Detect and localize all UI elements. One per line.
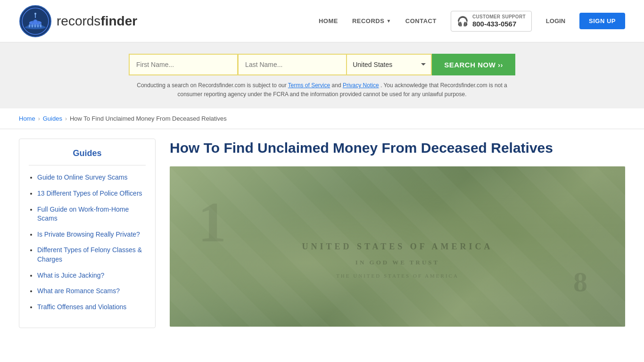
sidebar-list-item: Traffic Offenses and Violations [37, 303, 146, 312]
svg-rect-6 [35, 14, 36, 18]
search-button[interactable]: SEARCH NOW ›› [432, 54, 515, 75]
svg-point-7 [34, 13, 36, 15]
sidebar-list-item: What is Juice Jacking? [37, 271, 146, 280]
svg-rect-8 [29, 25, 30, 27]
sidebar-list-item: 13 Different Types of Police Officers [37, 189, 146, 198]
svg-rect-9 [32, 25, 33, 27]
breadcrumb-sep-2: › [65, 115, 67, 122]
sidebar-list-item: Full Guide on Work-from-Home Scams [37, 205, 146, 223]
login-button[interactable]: LOGIN [546, 17, 565, 25]
nav-records[interactable]: RECORDS ▼ [352, 17, 391, 25]
site-header: recordsfinder HOME RECORDS ▼ CONTACT 🎧 C… [0, 0, 644, 42]
svg-rect-12 [40, 25, 41, 27]
sidebar-list-item: Different Types of Felony Classes & Char… [37, 246, 146, 264]
search-section: United States Canada United Kingdom Aust… [0, 42, 644, 108]
svg-rect-11 [37, 25, 39, 27]
headset-icon: 🎧 [457, 16, 469, 27]
nav-home[interactable]: HOME [319, 17, 338, 25]
signup-button[interactable]: SIGN UP [579, 13, 625, 29]
search-disclaimer: Conducting a search on Recordsfinder.com… [129, 81, 515, 99]
money-decoration-1: 1 [198, 190, 226, 255]
article: How To Find Unclaimed Money From Decease… [170, 139, 625, 328]
logo-text: recordsfinder [57, 14, 137, 29]
breadcrumb-guides[interactable]: Guides [43, 115, 62, 122]
sidebar-link[interactable]: Guide to Online Survey Scams [37, 173, 127, 181]
sidebar-title: Guides [29, 148, 146, 165]
article-image: 1 8 UNITED STATES OF AMERICA IN GOD WE T… [170, 166, 625, 327]
logo[interactable]: recordsfinder [19, 5, 137, 38]
last-name-input[interactable] [238, 54, 347, 75]
chevron-down-icon: ▼ [386, 18, 391, 24]
sidebar-list-item: What are Romance Scams? [37, 287, 146, 296]
tos-link[interactable]: Terms of Service [288, 82, 330, 89]
svg-rect-10 [34, 25, 36, 27]
country-select[interactable]: United States Canada United Kingdom Aust… [347, 54, 432, 75]
support-number: 800-433-0567 [472, 20, 526, 28]
article-title: How To Find Unclaimed Money From Decease… [170, 139, 625, 157]
money-label-3: THE UNITED STATES OF AMERICA [336, 273, 459, 279]
support-button[interactable]: 🎧 CUSTOMER SUPPORT 800-433-0567 [451, 11, 532, 32]
nav-contact[interactable]: CONTACT [405, 17, 437, 25]
sidebar-list-item: Guide to Online Survey Scams [37, 173, 146, 182]
sidebar-link[interactable]: 13 Different Types of Police Officers [37, 189, 142, 197]
money-label-2: IN GOD WE TRUST [355, 259, 439, 266]
sidebar-link[interactable]: What are Romance Scams? [37, 287, 120, 295]
main-nav: HOME RECORDS ▼ CONTACT 🎧 CUSTOMER SUPPOR… [319, 11, 625, 32]
support-label: CUSTOMER SUPPORT [472, 14, 526, 20]
sidebar-list: Guide to Online Survey Scams13 Different… [29, 173, 146, 312]
logo-icon [19, 5, 52, 38]
sidebar-link[interactable]: Full Guide on Work-from-Home Scams [37, 206, 129, 222]
main-content: Guides Guide to Online Survey Scams13 Di… [0, 129, 644, 337]
breadcrumb-home[interactable]: Home [19, 115, 35, 122]
sidebar-link[interactable]: Different Types of Felony Classes & Char… [37, 246, 142, 263]
money-label-1: UNITED STATES OF AMERICA [302, 242, 493, 252]
breadcrumb-current: How To Find Unclaimed Money From Decease… [70, 115, 227, 122]
privacy-link[interactable]: Privacy Notice [343, 82, 379, 89]
money-decoration-2: 8 [573, 266, 587, 298]
first-name-input[interactable] [129, 54, 238, 75]
sidebar-link[interactable]: Is Private Browsing Really Private? [37, 230, 140, 238]
sidebar: Guides Guide to Online Survey Scams13 Di… [19, 139, 156, 328]
sidebar-link[interactable]: What is Juice Jacking? [37, 272, 104, 279]
breadcrumb-sep-1: › [38, 115, 40, 122]
sidebar-link[interactable]: Traffic Offenses and Violations [37, 303, 126, 311]
breadcrumb: Home › Guides › How To Find Unclaimed Mo… [0, 108, 644, 129]
search-row: United States Canada United Kingdom Aust… [129, 54, 515, 75]
sidebar-list-item: Is Private Browsing Really Private? [37, 230, 146, 239]
